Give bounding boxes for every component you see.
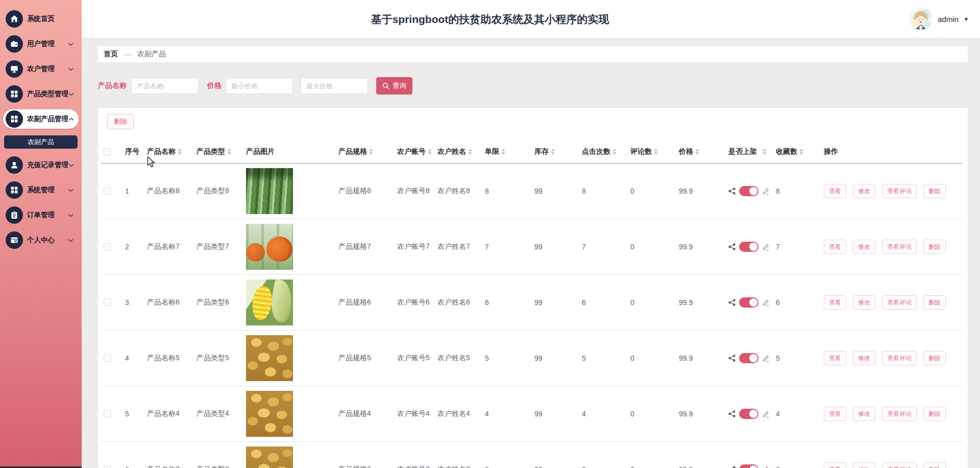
user-icon (6, 156, 23, 174)
row-checkbox[interactable] (104, 466, 111, 468)
view-comments-button[interactable]: 查看评论 (882, 295, 917, 310)
sidebar-item-recharge-records[interactable]: 充值记录管理 (3, 155, 79, 175)
cell-index: 5 (122, 410, 144, 418)
view-comments-button[interactable]: 查看评论 (882, 184, 917, 198)
sort-icon[interactable] (551, 149, 555, 155)
view-comments-button[interactable]: 查看评论 (882, 240, 917, 254)
header-on-shelf[interactable]: 是否上架 (728, 147, 757, 156)
sidebar-item-product-types[interactable]: 产品类型管理 (3, 84, 79, 104)
cell-product-name: 产品名称5 (144, 354, 194, 363)
breadcrumb-home[interactable]: 首页 (104, 50, 118, 59)
view-comments-button[interactable]: 查看评论 (882, 462, 917, 468)
sort-icon[interactable] (428, 149, 432, 155)
sort-icon[interactable] (501, 149, 505, 155)
row-checkbox[interactable] (104, 299, 111, 306)
delete-button[interactable]: 删除 (923, 407, 946, 421)
cell-farmer-account: 农户账号5 (395, 354, 435, 363)
edit-button[interactable]: 修改 (853, 462, 875, 468)
share-icon[interactable] (728, 355, 736, 362)
header-limit[interactable]: 单限 (485, 147, 499, 156)
edit-button[interactable]: 修改 (853, 184, 875, 198)
header-product-spec[interactable]: 产品规格 (338, 147, 367, 156)
header-farmer-name[interactable]: 农户姓名 (437, 147, 466, 156)
edit-button[interactable]: 修改 (853, 295, 875, 310)
header-clicks[interactable]: 点击次数 (582, 147, 610, 156)
on-shelf-toggle[interactable] (739, 353, 758, 363)
bulk-delete-button[interactable]: 删除 (107, 114, 134, 129)
share-icon[interactable] (728, 466, 736, 468)
edit-icon[interactable] (762, 188, 770, 195)
sidebar-item-profile[interactable]: 个人中心 (3, 230, 79, 250)
share-icon[interactable] (728, 299, 736, 306)
sort-icon[interactable] (468, 149, 472, 155)
dropdown-caret-icon: ▼ (964, 16, 969, 22)
max-price-input[interactable] (301, 78, 368, 94)
min-price-input[interactable] (226, 78, 293, 94)
view-button[interactable]: 查看 (824, 184, 846, 198)
on-shelf-toggle[interactable] (739, 242, 758, 252)
sort-icon[interactable] (612, 149, 617, 155)
edit-icon[interactable] (762, 466, 770, 468)
edit-button[interactable]: 修改 (853, 407, 875, 421)
row-checkbox[interactable] (104, 410, 111, 417)
sidebar-nav: 系统首页 用户管理 农户管理 产品类型管理 (0, 0, 82, 255)
view-button[interactable]: 查看 (824, 407, 846, 421)
sidebar-subitem-farm-product[interactable]: 农副产品 (4, 135, 78, 149)
header-product-type[interactable]: 产品类型 (197, 147, 225, 156)
edit-button[interactable]: 修改 (853, 240, 875, 254)
edit-button[interactable]: 修改 (853, 351, 875, 365)
view-comments-button[interactable]: 查看评论 (882, 407, 917, 421)
header-stock[interactable]: 库存 (534, 147, 549, 156)
view-button[interactable]: 查看 (824, 240, 846, 254)
sidebar-item-farmers[interactable]: 农户管理 (3, 59, 79, 79)
view-button[interactable]: 查看 (824, 351, 846, 365)
table-row: 3 产品名称6 产品类型6 产品规格6 农户账号6 农户姓名6 6 99 6 0… (101, 275, 963, 331)
on-shelf-toggle[interactable] (739, 409, 758, 419)
sort-icon[interactable] (227, 149, 231, 155)
cell-product-type: 产品类型7 (194, 242, 243, 251)
share-icon[interactable] (728, 188, 736, 195)
header-product-name[interactable]: 产品名称 (147, 147, 176, 156)
sort-icon[interactable] (695, 149, 699, 155)
row-checkbox[interactable] (104, 188, 111, 195)
on-shelf-toggle[interactable] (739, 297, 758, 308)
sort-icon[interactable] (654, 149, 658, 155)
view-button[interactable]: 查看 (824, 295, 846, 310)
share-icon[interactable] (728, 410, 736, 417)
cell-comments: 0 (628, 465, 676, 468)
sidebar-item-home[interactable]: 系统首页 (3, 9, 79, 29)
header-comments[interactable]: 评论数 (630, 147, 652, 156)
delete-button[interactable]: 删除 (923, 462, 946, 468)
sort-icon[interactable] (369, 149, 373, 155)
sort-icon[interactable] (763, 149, 767, 155)
row-checkbox[interactable] (104, 243, 111, 250)
share-icon[interactable] (728, 243, 736, 250)
delete-button[interactable]: 删除 (923, 184, 946, 198)
delete-button[interactable]: 删除 (923, 240, 946, 254)
row-checkbox[interactable] (104, 355, 111, 362)
sort-icon[interactable] (178, 149, 182, 155)
view-button[interactable]: 查看 (824, 462, 846, 468)
on-shelf-toggle[interactable] (739, 464, 758, 468)
header-farmer-account[interactable]: 农户账号 (397, 147, 426, 156)
header-favorites[interactable]: 收藏数 (776, 147, 797, 156)
search-button[interactable]: 查询 (376, 77, 412, 95)
delete-button[interactable]: 删除 (923, 295, 946, 310)
sidebar-item-orders[interactable]: 订单管理 (3, 205, 79, 225)
sidebar-item-system[interactable]: 系统管理 (3, 180, 79, 200)
sort-icon[interactable] (799, 149, 803, 155)
view-comments-button[interactable]: 查看评论 (882, 351, 917, 365)
edit-icon[interactable] (762, 410, 770, 418)
cell-clicks: 5 (579, 354, 628, 362)
edit-icon[interactable] (762, 299, 770, 307)
sidebar-item-users[interactable]: 用户管理 (3, 34, 79, 54)
edit-icon[interactable] (762, 243, 770, 251)
product-name-input[interactable] (131, 78, 199, 94)
on-shelf-toggle[interactable] (739, 186, 758, 196)
user-menu[interactable]: admin ▼ (909, 6, 969, 32)
edit-icon[interactable] (762, 355, 770, 362)
sidebar-item-farm-products[interactable]: 农副产品管理 (3, 109, 79, 129)
select-all-checkbox[interactable] (104, 148, 111, 155)
delete-button[interactable]: 删除 (923, 351, 946, 365)
header-price[interactable]: 价格 (679, 147, 693, 156)
